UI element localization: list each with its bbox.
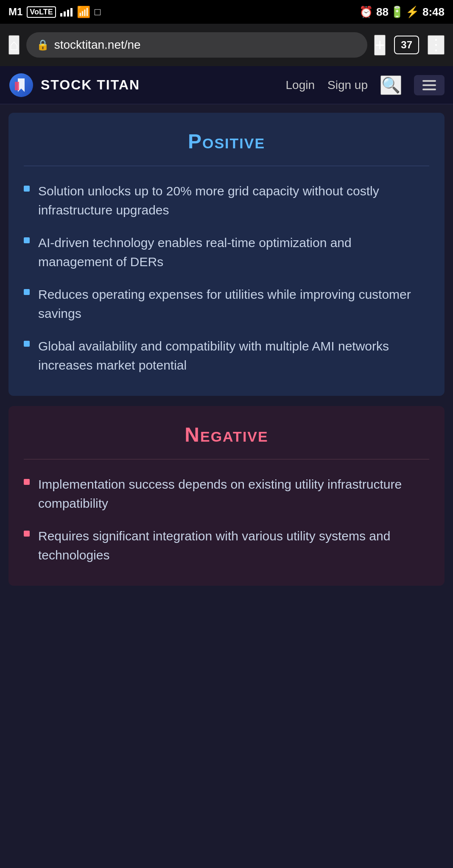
site-logo[interactable]: STOCK TITAN xyxy=(8,72,286,98)
status-bar: M1 VoLTE 📶 □ ⏰ 88 🔋 ⚡ 8:48 xyxy=(0,0,453,24)
browser-actions: + 37 ⋮ xyxy=(374,35,445,56)
charging-icon: ⚡ xyxy=(405,6,419,19)
negative-item-2: Requires significant integration with va… xyxy=(24,526,429,565)
positive-item-4: Global availability and compatibility wi… xyxy=(24,337,429,375)
home-button[interactable]: ⌂ xyxy=(8,35,20,55)
hamburger-line-3 xyxy=(422,89,436,90)
nav-actions: Login Sign up 🔍 xyxy=(286,75,445,95)
negative-bullet-2 xyxy=(24,531,30,537)
positive-divider xyxy=(24,166,429,166)
negative-text-1: Implementation success depends on existi… xyxy=(38,475,429,513)
instagram-icon: □ xyxy=(95,6,101,18)
positive-list: Solution unlocks up to 20% more grid cap… xyxy=(24,181,429,375)
signal-bars xyxy=(60,7,73,17)
battery-icon: 🔋 xyxy=(390,6,404,19)
login-link[interactable]: Login xyxy=(286,78,315,92)
hamburger-line-1 xyxy=(422,80,436,82)
negative-text-2: Requires significant integration with va… xyxy=(38,526,429,565)
positive-title: Positive xyxy=(24,130,429,153)
positive-item-3: Reduces operating expenses for utilities… xyxy=(24,285,429,323)
volte-badge: VoLTE xyxy=(27,6,56,18)
negative-divider xyxy=(24,459,429,459)
status-left: M1 VoLTE 📶 □ xyxy=(8,6,101,19)
positive-bullet-1 xyxy=(24,186,30,192)
battery-level: 88 xyxy=(376,6,389,19)
security-icon: 🔒 xyxy=(36,39,49,51)
new-tab-button[interactable]: + xyxy=(374,35,386,56)
hamburger-menu-button[interactable] xyxy=(414,75,445,95)
logo-icon xyxy=(8,72,34,98)
status-right: ⏰ 88 🔋 ⚡ 8:48 xyxy=(359,6,445,19)
positive-text-3: Reduces operating expenses for utilities… xyxy=(38,285,429,323)
negative-section: Negative Implementation success depends … xyxy=(8,406,445,586)
positive-section: Positive Solution unlocks up to 20% more… xyxy=(8,113,445,396)
positive-bullet-4 xyxy=(24,341,30,347)
signup-link[interactable]: Sign up xyxy=(327,78,368,92)
positive-item-2: AI-driven technology enables real-time o… xyxy=(24,233,429,271)
positive-bullet-2 xyxy=(24,237,30,243)
wifi-icon: 📶 xyxy=(77,6,90,19)
positive-text-4: Global availability and compatibility wi… xyxy=(38,337,429,375)
browser-menu-button[interactable]: ⋮ xyxy=(428,35,445,55)
tabs-count-button[interactable]: 37 xyxy=(394,36,419,54)
browser-bar: ⌂ 🔒 stocktitan.net/ne + 37 ⋮ xyxy=(0,24,453,66)
negative-item-1: Implementation success depends on existi… xyxy=(24,475,429,513)
logo-text: STOCK TITAN xyxy=(41,77,140,93)
negative-list: Implementation success depends on existi… xyxy=(24,475,429,565)
svg-marker-2 xyxy=(15,82,19,90)
positive-bullet-3 xyxy=(24,289,30,295)
carrier-label: M1 xyxy=(8,6,22,18)
positive-item-1: Solution unlocks up to 20% more grid cap… xyxy=(24,181,429,220)
alarm-icon: ⏰ xyxy=(359,6,373,19)
battery-indicator: 88 🔋 ⚡ xyxy=(376,6,419,19)
hamburger-line-2 xyxy=(422,84,436,86)
search-button[interactable]: 🔍 xyxy=(380,75,401,95)
positive-text-2: AI-driven technology enables real-time o… xyxy=(38,233,429,271)
negative-bullet-1 xyxy=(24,479,30,485)
url-bar[interactable]: 🔒 stocktitan.net/ne xyxy=(26,32,367,58)
main-content: Positive Solution unlocks up to 20% more… xyxy=(0,113,453,603)
time-display: 8:48 xyxy=(422,6,445,19)
nav-bar: STOCK TITAN Login Sign up 🔍 xyxy=(0,66,453,104)
negative-title: Negative xyxy=(24,423,429,446)
url-text: stocktitan.net/ne xyxy=(54,38,141,52)
positive-text-1: Solution unlocks up to 20% more grid cap… xyxy=(38,181,429,220)
